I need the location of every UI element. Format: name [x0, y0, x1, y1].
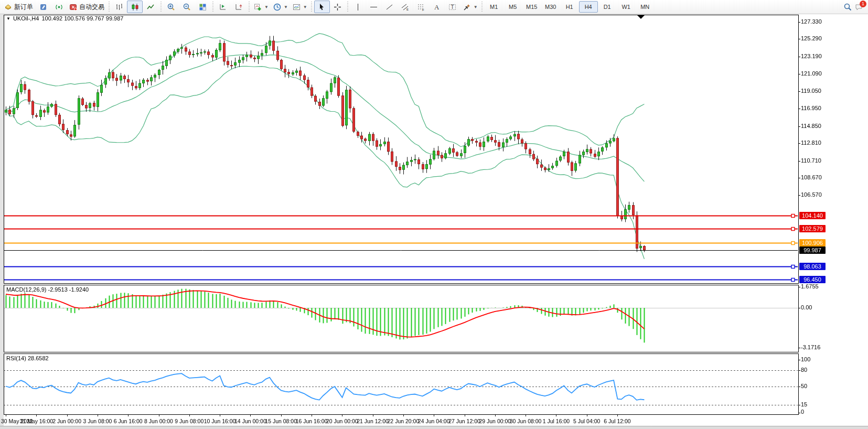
time-axis-label: 6 Jun 16:00 — [114, 418, 143, 424]
time-axis-label: 5 Jul 04:00 — [573, 418, 600, 424]
timeframe-button-m5[interactable]: M5 — [503, 1, 522, 13]
fibonacci-button[interactable]: F — [413, 1, 429, 13]
timeframe-button-m1[interactable]: M1 — [485, 1, 503, 13]
line-chart-icon — [146, 3, 155, 12]
vline-icon — [353, 3, 362, 12]
channel-icon: E — [401, 3, 410, 12]
rsi-pane-title: RSI(14) 28.6582 — [6, 355, 49, 361]
auto-scroll-button[interactable] — [215, 1, 231, 13]
chevron-down-icon[interactable]: ▼ — [284, 5, 288, 9]
time-axis-label: 9 Jun 08:00 — [175, 418, 203, 424]
line-chart-button[interactable] — [143, 1, 158, 13]
zoom-in-icon — [167, 3, 176, 12]
toolbar-separator — [248, 2, 250, 12]
hline-icon — [369, 3, 378, 12]
zoom-out-icon — [183, 3, 191, 12]
cursor-button[interactable] — [314, 1, 330, 13]
svg-text:T: T — [451, 4, 454, 10]
signal-icon — [55, 3, 63, 12]
signals-button[interactable] — [51, 1, 67, 13]
time-axis-label: 16 Jun 16:00 — [296, 418, 328, 424]
metaeditor-icon — [39, 3, 48, 12]
periods-icon — [273, 3, 282, 12]
rsi-axis-label: 0 — [801, 409, 804, 415]
bar-chart-button[interactable] — [111, 1, 127, 13]
current-price-label: 99.987 — [799, 246, 826, 254]
macd-axis-label: -3.1716 — [801, 344, 820, 350]
rsi-axis-label: 15 — [801, 401, 807, 407]
time-axis-label: 24 Jun 04:00 — [418, 418, 450, 424]
notifications-chat-icon[interactable]: 1 — [854, 3, 863, 12]
svg-text:F: F — [422, 8, 424, 12]
autotrading-button[interactable]: 自动交易 — [67, 1, 106, 13]
toolbar-right-group: 1 — [843, 3, 866, 12]
chart-header: ▼ UKOil-,H4 100.492 100.576 99.767 99.98… — [6, 15, 123, 22]
timeframe-button-h4[interactable]: H4 — [579, 1, 598, 13]
timeframe-button-m30[interactable]: M30 — [541, 1, 560, 13]
hline-price-label[interactable]: 96.450 — [799, 276, 826, 283]
tile-windows-icon — [198, 3, 207, 12]
time-axis-label: 30 Jun 08:00 — [510, 418, 542, 424]
fibonacci-icon: F — [416, 3, 425, 12]
chevron-down-icon[interactable]: ▼ — [264, 5, 269, 9]
arrows-button[interactable]: ▼ — [460, 1, 480, 13]
zoom-in-button[interactable] — [163, 1, 179, 13]
rsi-axis-label: 80 — [801, 367, 807, 373]
hline-price-label[interactable]: 98.063 — [799, 263, 826, 270]
candlestick-chart-button[interactable] — [127, 1, 143, 13]
price-axis-label: 110.710 — [801, 157, 821, 164]
trendline-icon — [385, 3, 394, 12]
timeframe-button-m15[interactable]: M15 — [522, 1, 541, 13]
periods-button[interactable]: ▼ — [271, 1, 290, 13]
equidistant-channel-button[interactable]: E — [398, 1, 413, 13]
new-order-button[interactable]: 新订单 — [2, 1, 35, 13]
chart-canvas[interactable] — [0, 0, 868, 429]
templates-button[interactable]: ▼ — [290, 1, 309, 13]
text-icon: A — [432, 3, 441, 12]
timeframe-button-d1[interactable]: D1 — [598, 1, 617, 13]
chevron-down-icon[interactable]: ▼ — [474, 5, 478, 9]
horizontal-line-button[interactable] — [366, 1, 382, 13]
new-order-icon — [4, 3, 13, 12]
text-button[interactable]: A — [429, 1, 445, 13]
chart-shift-icon — [234, 3, 243, 12]
new-order-button-label: 新订单 — [14, 3, 33, 12]
chevron-down-icon[interactable]: ▼ — [303, 5, 307, 9]
hline-price-label[interactable]: 102.579 — [799, 225, 826, 232]
search-icon[interactable] — [843, 3, 852, 12]
timeframe-button-w1[interactable]: W1 — [617, 1, 636, 13]
toolbar-separator — [310, 2, 313, 12]
chevron-down-icon[interactable]: ▼ — [6, 16, 10, 21]
time-axis-label: 21 Jun 12:00 — [357, 418, 389, 424]
time-axis-label: 27 Jun 12:00 — [448, 418, 480, 424]
price-axis-label: 116.950 — [801, 105, 821, 111]
zoom-out-button[interactable] — [179, 1, 195, 13]
indicators-icon — [253, 3, 262, 12]
crosshair-icon — [333, 3, 342, 12]
toolbar-separator — [211, 2, 214, 12]
time-axis-label: 10 Jun 16:00 — [204, 418, 236, 424]
tile-windows-button[interactable] — [195, 1, 210, 13]
timeframe-button-h1[interactable]: H1 — [560, 1, 579, 13]
candle-chart-icon — [131, 3, 140, 12]
hline-price-label[interactable]: 104.140 — [799, 212, 826, 219]
time-axis-label: 31 May 16:00 — [19, 418, 53, 424]
timeframe-button-mn[interactable]: MN — [636, 1, 655, 13]
toolbar-separator — [108, 2, 110, 12]
price-axis-label: 123.190 — [801, 53, 822, 59]
metaeditor-button[interactable] — [35, 1, 51, 13]
crosshair-button[interactable] — [330, 1, 346, 13]
price-axis-label: 119.050 — [801, 88, 821, 94]
chart-symbol: UKOil-,H4 — [13, 15, 39, 22]
svg-text:E: E — [406, 8, 409, 11]
trendline-button[interactable] — [382, 1, 398, 13]
time-axis-label: 6 Jul 12:00 — [604, 418, 630, 424]
indicators-button[interactable]: ▼ — [251, 1, 271, 13]
autotrading-icon — [69, 3, 78, 12]
hline-price-label[interactable]: 100.906 — [799, 239, 826, 246]
vertical-line-button[interactable] — [350, 1, 366, 13]
price-axis-label: 112.810 — [801, 140, 821, 146]
price-axis-label: 125.290 — [801, 35, 822, 41]
chart-shift-button[interactable] — [231, 1, 247, 13]
text-label-button[interactable]: T — [445, 1, 460, 13]
